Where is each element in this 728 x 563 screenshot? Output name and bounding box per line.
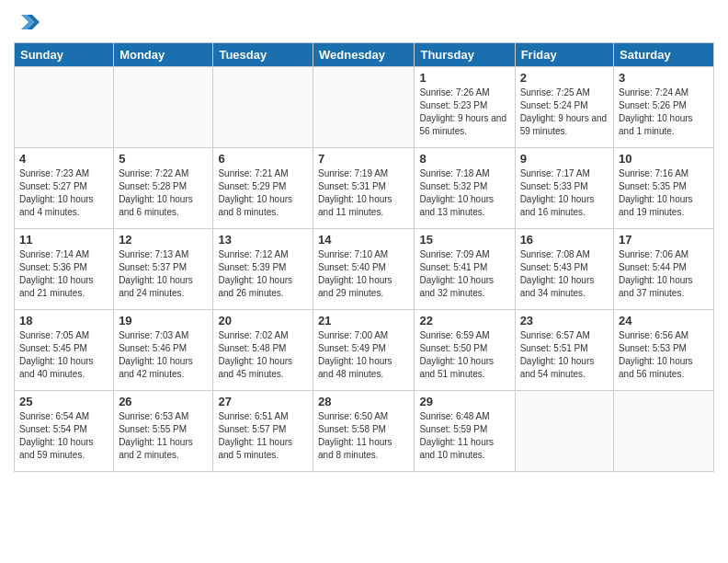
day-info: Sunrise: 6:51 AM Sunset: 5:57 PM Dayligh… <box>218 410 308 462</box>
day-number: 22 <box>419 314 509 327</box>
day-info: Sunrise: 6:57 AM Sunset: 5:51 PM Dayligh… <box>520 329 609 381</box>
day-info: Sunrise: 7:14 AM Sunset: 5:36 PM Dayligh… <box>19 248 108 300</box>
day-of-week-header: Thursday <box>415 43 515 67</box>
day-number: 25 <box>19 395 108 408</box>
day-number: 2 <box>520 71 609 85</box>
day-number: 9 <box>520 152 609 166</box>
day-info: Sunrise: 7:21 AM Sunset: 5:29 PM Dayligh… <box>218 167 308 219</box>
calendar-table: SundayMondayTuesdayWednesdayThursdayFrid… <box>14 42 714 472</box>
day-number: 24 <box>619 314 709 327</box>
day-info: Sunrise: 7:05 AM Sunset: 5:45 PM Dayligh… <box>19 329 108 381</box>
calendar-cell: 10Sunrise: 7:16 AM Sunset: 5:35 PM Dayli… <box>614 148 714 229</box>
calendar-cell: 14Sunrise: 7:10 AM Sunset: 5:40 PM Dayli… <box>313 229 415 310</box>
calendar-cell <box>15 67 114 148</box>
day-info: Sunrise: 7:17 AM Sunset: 5:33 PM Dayligh… <box>520 167 609 219</box>
page-header <box>14 9 714 35</box>
day-info: Sunrise: 7:22 AM Sunset: 5:28 PM Dayligh… <box>119 167 208 219</box>
day-number: 28 <box>318 395 409 408</box>
day-number: 6 <box>218 152 308 166</box>
calendar-cell: 17Sunrise: 7:06 AM Sunset: 5:44 PM Dayli… <box>614 229 714 310</box>
calendar-cell: 7Sunrise: 7:19 AM Sunset: 5:31 PM Daylig… <box>313 148 415 229</box>
calendar-cell: 24Sunrise: 6:56 AM Sunset: 5:53 PM Dayli… <box>614 310 714 391</box>
day-number: 19 <box>119 314 208 327</box>
day-number: 26 <box>119 395 208 408</box>
calendar-cell: 11Sunrise: 7:14 AM Sunset: 5:36 PM Dayli… <box>15 229 114 310</box>
day-of-week-header: Wednesday <box>313 43 415 67</box>
calendar-cell: 21Sunrise: 7:00 AM Sunset: 5:49 PM Dayli… <box>313 310 415 391</box>
day-of-week-header: Monday <box>114 43 213 67</box>
day-info: Sunrise: 7:12 AM Sunset: 5:39 PM Dayligh… <box>218 248 308 300</box>
day-number: 27 <box>218 395 308 408</box>
calendar-cell: 8Sunrise: 7:18 AM Sunset: 5:32 PM Daylig… <box>415 148 515 229</box>
day-number: 12 <box>119 233 208 247</box>
calendar-cell: 16Sunrise: 7:08 AM Sunset: 5:43 PM Dayli… <box>515 229 613 310</box>
calendar-cell: 4Sunrise: 7:23 AM Sunset: 5:27 PM Daylig… <box>15 148 114 229</box>
calendar-cell: 15Sunrise: 7:09 AM Sunset: 5:41 PM Dayli… <box>415 229 515 310</box>
day-info: Sunrise: 7:26 AM Sunset: 5:23 PM Dayligh… <box>419 86 509 138</box>
day-number: 20 <box>218 314 308 327</box>
calendar-header: SundayMondayTuesdayWednesdayThursdayFrid… <box>15 43 714 67</box>
day-info: Sunrise: 7:06 AM Sunset: 5:44 PM Dayligh… <box>619 248 709 300</box>
calendar-cell: 5Sunrise: 7:22 AM Sunset: 5:28 PM Daylig… <box>114 148 213 229</box>
day-of-week-header: Sunday <box>15 43 114 67</box>
day-number: 8 <box>419 152 509 166</box>
calendar-cell: 28Sunrise: 6:50 AM Sunset: 5:58 PM Dayli… <box>313 391 415 472</box>
day-info: Sunrise: 7:16 AM Sunset: 5:35 PM Dayligh… <box>619 167 709 219</box>
calendar-cell <box>313 67 415 148</box>
day-info: Sunrise: 7:10 AM Sunset: 5:40 PM Dayligh… <box>318 248 409 300</box>
calendar-cell: 26Sunrise: 6:53 AM Sunset: 5:55 PM Dayli… <box>114 391 213 472</box>
calendar-week-row: 4Sunrise: 7:23 AM Sunset: 5:27 PM Daylig… <box>15 148 714 229</box>
calendar-cell: 25Sunrise: 6:54 AM Sunset: 5:54 PM Dayli… <box>15 391 114 472</box>
day-info: Sunrise: 7:25 AM Sunset: 5:24 PM Dayligh… <box>520 86 609 138</box>
calendar-week-row: 18Sunrise: 7:05 AM Sunset: 5:45 PM Dayli… <box>15 310 714 391</box>
calendar-cell: 19Sunrise: 7:03 AM Sunset: 5:46 PM Dayli… <box>114 310 213 391</box>
day-number: 5 <box>119 152 208 166</box>
calendar-cell: 6Sunrise: 7:21 AM Sunset: 5:29 PM Daylig… <box>213 148 313 229</box>
day-number: 13 <box>218 233 308 247</box>
calendar-cell: 29Sunrise: 6:48 AM Sunset: 5:59 PM Dayli… <box>415 391 515 472</box>
day-number: 21 <box>318 314 409 327</box>
header-row: SundayMondayTuesdayWednesdayThursdayFrid… <box>15 43 714 67</box>
logo-icon <box>14 9 40 35</box>
day-number: 17 <box>619 233 709 247</box>
day-number: 15 <box>419 233 509 247</box>
calendar-week-row: 11Sunrise: 7:14 AM Sunset: 5:36 PM Dayli… <box>15 229 714 310</box>
page-container: SundayMondayTuesdayWednesdayThursdayFrid… <box>0 0 728 481</box>
day-of-week-header: Tuesday <box>213 43 313 67</box>
day-number: 4 <box>19 152 108 166</box>
day-number: 23 <box>520 314 609 327</box>
day-number: 16 <box>520 233 609 247</box>
calendar-cell <box>614 391 714 472</box>
day-info: Sunrise: 7:03 AM Sunset: 5:46 PM Dayligh… <box>119 329 208 381</box>
day-number: 18 <box>19 314 108 327</box>
day-number: 14 <box>318 233 409 247</box>
day-info: Sunrise: 6:48 AM Sunset: 5:59 PM Dayligh… <box>419 410 509 462</box>
day-info: Sunrise: 7:08 AM Sunset: 5:43 PM Dayligh… <box>520 248 609 300</box>
day-info: Sunrise: 6:56 AM Sunset: 5:53 PM Dayligh… <box>619 329 709 381</box>
day-info: Sunrise: 7:13 AM Sunset: 5:37 PM Dayligh… <box>119 248 208 300</box>
calendar-cell: 20Sunrise: 7:02 AM Sunset: 5:48 PM Dayli… <box>213 310 313 391</box>
day-info: Sunrise: 7:24 AM Sunset: 5:26 PM Dayligh… <box>619 86 709 138</box>
day-info: Sunrise: 6:53 AM Sunset: 5:55 PM Dayligh… <box>119 410 208 462</box>
day-info: Sunrise: 7:02 AM Sunset: 5:48 PM Dayligh… <box>218 329 308 381</box>
calendar-week-row: 25Sunrise: 6:54 AM Sunset: 5:54 PM Dayli… <box>15 391 714 472</box>
logo <box>14 9 43 35</box>
day-info: Sunrise: 7:18 AM Sunset: 5:32 PM Dayligh… <box>419 167 509 219</box>
day-number: 29 <box>419 395 509 408</box>
calendar-cell <box>114 67 213 148</box>
day-number: 10 <box>619 152 709 166</box>
day-info: Sunrise: 7:23 AM Sunset: 5:27 PM Dayligh… <box>19 167 108 219</box>
calendar-cell: 27Sunrise: 6:51 AM Sunset: 5:57 PM Dayli… <box>213 391 313 472</box>
calendar-body: 1Sunrise: 7:26 AM Sunset: 5:23 PM Daylig… <box>15 67 714 472</box>
day-number: 7 <box>318 152 409 166</box>
day-number: 11 <box>19 233 108 247</box>
calendar-cell: 22Sunrise: 6:59 AM Sunset: 5:50 PM Dayli… <box>415 310 515 391</box>
day-info: Sunrise: 6:50 AM Sunset: 5:58 PM Dayligh… <box>318 410 409 462</box>
day-of-week-header: Friday <box>515 43 613 67</box>
day-number: 1 <box>419 71 509 85</box>
day-info: Sunrise: 6:54 AM Sunset: 5:54 PM Dayligh… <box>19 410 108 462</box>
calendar-cell: 18Sunrise: 7:05 AM Sunset: 5:45 PM Dayli… <box>15 310 114 391</box>
calendar-cell: 2Sunrise: 7:25 AM Sunset: 5:24 PM Daylig… <box>515 67 613 148</box>
day-of-week-header: Saturday <box>614 43 714 67</box>
calendar-cell: 13Sunrise: 7:12 AM Sunset: 5:39 PM Dayli… <box>213 229 313 310</box>
